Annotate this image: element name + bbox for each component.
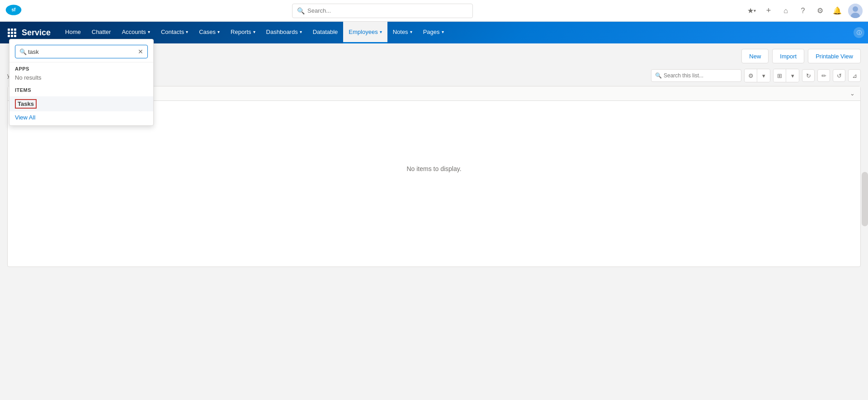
help-icon: ? bbox=[801, 7, 805, 15]
import-button[interactable]: Import bbox=[772, 49, 804, 63]
nav-item-contacts[interactable]: Contacts ▾ bbox=[156, 22, 193, 43]
chevron-down-icon: ⌄ bbox=[850, 90, 855, 97]
star-icon: ★ bbox=[747, 6, 754, 15]
top-bar-icons: ★ ▾ + ⌂ ? ⚙ 🔔 bbox=[745, 4, 863, 18]
settings-caret-icon: ▾ bbox=[762, 72, 765, 79]
nav-label-contacts: Contacts bbox=[161, 29, 184, 35]
list-settings-button[interactable]: ⚙ bbox=[745, 69, 757, 82]
list-search-input[interactable] bbox=[664, 72, 737, 79]
list-controls: 🔍 ⚙ ▾ ⊞ ▾ bbox=[651, 69, 861, 82]
gear-icon: ⚙ bbox=[817, 6, 823, 15]
nav-label-employees: Employees bbox=[349, 29, 377, 35]
global-search-container: 🔍 bbox=[25, 4, 740, 18]
app-launcher-icon bbox=[8, 29, 16, 37]
svg-text:sf: sf bbox=[12, 7, 16, 12]
global-search-input[interactable] bbox=[307, 7, 468, 14]
nav-item-reports[interactable]: Reports ▾ bbox=[225, 22, 261, 43]
reports-caret-icon: ▾ bbox=[253, 29, 255, 34]
salesforce-logo[interactable]: sf bbox=[5, 2, 25, 19]
list-search-box: 🔍 bbox=[651, 69, 741, 82]
nav-label-dashboards: Dashboards bbox=[266, 29, 298, 35]
scrollbar-indicator[interactable] bbox=[862, 172, 868, 226]
list-search-icon: 🔍 bbox=[655, 72, 662, 79]
contacts-caret-icon: ▾ bbox=[186, 29, 188, 34]
nav-label-cases: Cases bbox=[199, 29, 216, 35]
nav-label-chatter: Chatter bbox=[92, 29, 111, 35]
info-icon: ⓘ bbox=[857, 29, 862, 36]
nav-label-accounts: Accounts bbox=[122, 29, 146, 35]
columns-button-group: ⊞ ▾ bbox=[773, 69, 799, 82]
accounts-caret-icon: ▾ bbox=[148, 29, 150, 34]
employees-caret-icon: ▾ bbox=[380, 29, 382, 34]
dropdown-items-section: Items bbox=[9, 84, 153, 96]
nav-item-cases[interactable]: Cases ▾ bbox=[193, 22, 225, 43]
home-button[interactable]: ⌂ bbox=[779, 5, 792, 17]
columns-caret-icon: ▾ bbox=[791, 72, 794, 79]
nav-item-employees[interactable]: Employees ▾ bbox=[343, 22, 387, 43]
apps-section-title: Apps bbox=[15, 66, 148, 71]
apps-no-results: No results bbox=[15, 73, 148, 82]
dropdown-tasks-item[interactable]: Tasks bbox=[9, 96, 153, 111]
items-section-title: Items bbox=[15, 87, 148, 93]
nav-label-reports: Reports bbox=[231, 29, 251, 35]
top-bar: sf 🔍 ★ ▾ + ⌂ ? ⚙ 🔔 bbox=[0, 0, 868, 22]
filter-icon: ⊿ bbox=[852, 72, 857, 79]
settings-icon: ⚙ bbox=[748, 72, 754, 79]
nav-item-datatable[interactable]: Datatable bbox=[307, 22, 344, 43]
columns-button[interactable]: ⊞ bbox=[774, 69, 786, 82]
columns-caret-button[interactable]: ▾ bbox=[786, 69, 799, 82]
add-button[interactable]: + bbox=[762, 5, 775, 17]
nav-info-button[interactable]: ⓘ bbox=[854, 27, 864, 38]
favorites-button[interactable]: ★ ▾ bbox=[745, 5, 758, 17]
dropdown-search-area: 🔍 ✕ bbox=[9, 41, 153, 62]
nav-label-pages: Pages bbox=[423, 29, 440, 35]
second-refresh-button[interactable]: ↺ bbox=[833, 69, 845, 82]
help-button[interactable]: ? bbox=[797, 5, 809, 17]
settings-button-group: ⚙ ▾ bbox=[744, 69, 770, 82]
second-refresh-icon: ↺ bbox=[837, 72, 842, 79]
global-search-icon: 🔍 bbox=[297, 7, 305, 14]
plus-icon: + bbox=[766, 6, 771, 15]
nav-label-notes: Notes bbox=[393, 29, 408, 35]
new-button[interactable]: New bbox=[741, 49, 769, 63]
edit-list-button[interactable]: ✏ bbox=[817, 69, 830, 82]
nav-item-notes[interactable]: Notes ▾ bbox=[387, 22, 418, 43]
page-header-actions: New Import Printable View bbox=[741, 49, 861, 63]
dropdown-search-input[interactable] bbox=[15, 45, 148, 58]
user-avatar[interactable] bbox=[848, 4, 863, 18]
pages-caret-icon: ▾ bbox=[442, 29, 444, 34]
list-settings-caret-button[interactable]: ▾ bbox=[757, 69, 770, 82]
caret-icon: ▾ bbox=[754, 8, 756, 13]
nav-label-home: Home bbox=[65, 29, 81, 35]
notifications-button[interactable]: 🔔 bbox=[831, 5, 844, 17]
refresh-icon: ↻ bbox=[806, 72, 811, 79]
svg-point-3 bbox=[853, 6, 858, 12]
nav-items: Home Chatter Accounts ▾ Contacts ▾ Cases… bbox=[60, 22, 854, 43]
dashboards-caret-icon: ▾ bbox=[300, 29, 302, 34]
home-icon: ⌂ bbox=[783, 7, 788, 15]
refresh-button[interactable]: ↻ bbox=[802, 69, 815, 82]
dropdown-apps-section: Apps No results bbox=[9, 62, 153, 84]
dropdown-clear-button[interactable]: ✕ bbox=[138, 48, 143, 55]
cases-caret-icon: ▾ bbox=[217, 29, 220, 34]
global-search-box: 🔍 bbox=[292, 4, 473, 18]
pencil-icon: ✏ bbox=[821, 72, 826, 79]
dropdown-view-all[interactable]: View All bbox=[9, 111, 153, 124]
dropdown-search-icon: 🔍 bbox=[19, 48, 27, 55]
nav-label-datatable: Datatable bbox=[313, 29, 338, 35]
nav-search-dropdown: 🔍 ✕ Apps No results Items Tasks View All bbox=[9, 39, 154, 126]
nav-item-pages[interactable]: Pages ▾ bbox=[418, 22, 449, 43]
columns-icon: ⊞ bbox=[777, 72, 782, 79]
app-launcher-button[interactable] bbox=[4, 24, 20, 41]
printable-view-button[interactable]: Printable View bbox=[808, 49, 861, 63]
nav-item-dashboards[interactable]: Dashboards ▾ bbox=[261, 22, 307, 43]
tasks-badge: Tasks bbox=[15, 99, 37, 109]
app-name[interactable]: Service bbox=[22, 28, 51, 38]
filter-button[interactable]: ⊿ bbox=[848, 69, 861, 82]
bell-icon: 🔔 bbox=[833, 6, 842, 15]
setup-button[interactable]: ⚙ bbox=[814, 5, 826, 17]
notes-caret-icon: ▾ bbox=[410, 29, 412, 34]
